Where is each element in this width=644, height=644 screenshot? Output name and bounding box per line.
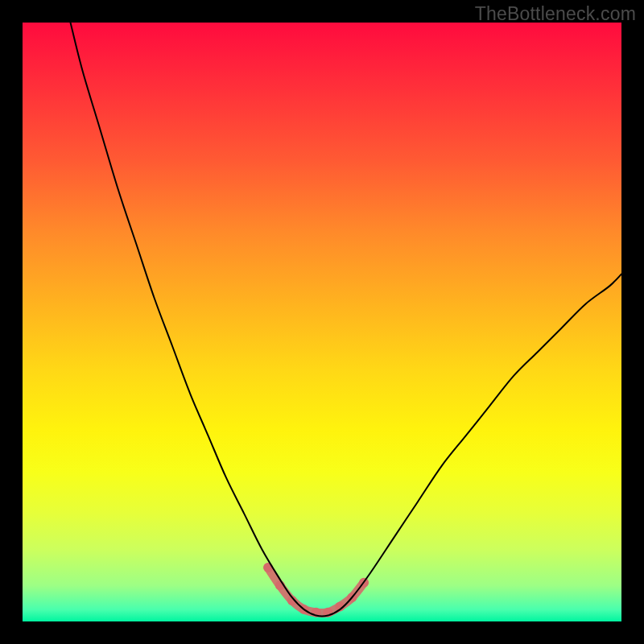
highlight-band [268,568,364,613]
plot-area [23,23,621,621]
curve-layer [23,23,621,621]
main-curve [71,23,621,616]
watermark-text: TheBottleneck.com [475,3,636,25]
chart-frame: TheBottleneck.com [0,0,644,644]
